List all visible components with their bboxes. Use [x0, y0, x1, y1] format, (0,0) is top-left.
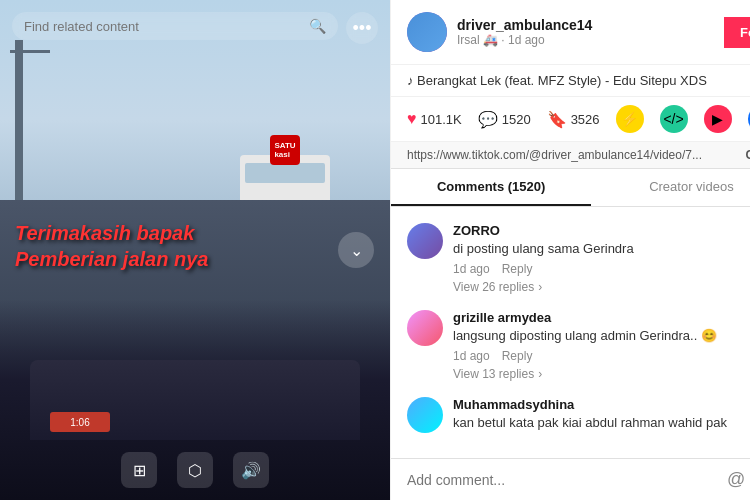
link-bar: https://www.tiktok.com/@driver_ambulance… [391, 142, 750, 169]
tab-comments[interactable]: Comments (1520) [391, 169, 591, 206]
tower-arm [10, 50, 50, 53]
likes-stat: ♥ 101.1K [407, 110, 462, 128]
bookmark-icon: 🔖 [547, 110, 567, 129]
comment-username-3: Muhammadsydhina [453, 397, 750, 412]
view-replies-2[interactable]: View 13 replies › [453, 367, 750, 381]
add-comment-bar: @ ☺ [391, 458, 750, 500]
tab-creator-videos[interactable]: Creator videos [591, 169, 750, 206]
reply-button-1[interactable]: Reply [502, 262, 533, 276]
comment-item: grizille armydea langsung diposting ulan… [391, 302, 750, 389]
mention-button[interactable]: @ [727, 469, 745, 490]
username: driver_ambulance14 [457, 17, 714, 33]
user-header: driver_ambulance14 Irsal 🚑 · 1d ago Fol [391, 0, 750, 65]
comments-section: ZORRO di posting ulang sama Gerindra 1d … [391, 207, 750, 458]
search-bar[interactable]: 🔍 [12, 12, 338, 40]
comment-body-2: grizille armydea langsung diposting ulan… [453, 310, 750, 381]
sound-button[interactable]: 🔊 [233, 452, 269, 488]
van-window [245, 163, 325, 183]
comment-text-2: langsung diposting ulang admin Gerindra.… [453, 327, 750, 345]
chevron-icon: › [538, 367, 542, 381]
more-options-button[interactable]: ••• [346, 12, 378, 44]
avatar-image [407, 12, 447, 52]
chevron-down-icon: ⌄ [350, 241, 363, 260]
share-icon: ⬡ [188, 461, 202, 480]
comment-body-3: Muhammadsydhina kan betul kata pak kiai … [453, 397, 750, 436]
comment-body-1: ZORRO di posting ulang sama Gerindra 1d … [453, 223, 750, 294]
share-link: https://www.tiktok.com/@driver_ambulance… [407, 148, 738, 162]
comment-icon: 💬 [478, 110, 498, 129]
search-icon[interactable]: 🔍 [309, 18, 326, 34]
sound-icon: 🔊 [241, 461, 261, 480]
road-sign: SATUkasi [270, 135, 300, 165]
share-icon-yellow[interactable]: ⚡ [616, 105, 644, 133]
comment-actions: @ ☺ [727, 469, 750, 490]
search-input[interactable] [24, 19, 309, 34]
heart-icon: ♥ [407, 110, 417, 128]
share-icon-red[interactable]: ▶ [704, 105, 732, 133]
video-controls: ⊞ ⬡ 🔊 [121, 452, 269, 488]
utility-tower [15, 40, 23, 200]
grid-view-button[interactable]: ⊞ [121, 452, 157, 488]
share-icon-teal[interactable]: </> [660, 105, 688, 133]
chevron-icon: › [538, 280, 542, 294]
comment-meta-1: 1d ago Reply [453, 262, 750, 276]
comment-text-1: di posting ulang sama Gerindra [453, 240, 750, 258]
comment-username-1: ZORRO [453, 223, 750, 238]
stats-row: ♥ 101.1K 💬 1520 🔖 3526 ⚡ </> ▶ f [391, 97, 750, 142]
scroll-down-button[interactable]: ⌄ [338, 232, 374, 268]
comment-input[interactable] [407, 472, 717, 488]
comment-text-3: kan betul kata pak kiai abdul rahman wah… [453, 414, 750, 432]
video-text-overlay: Terimakasih bapak Pemberian jalan nya [15, 220, 208, 272]
grid-icon: ⊞ [133, 461, 146, 480]
song-info: ♪ Berangkat Lek (feat. MFZ Style) - Edu … [391, 65, 750, 97]
video-panel: SATUkasi Terimakasih bapak Pemberian jal… [0, 0, 390, 500]
comment-item: ZORRO di posting ulang sama Gerindra 1d … [391, 215, 750, 302]
user-meta: Irsal 🚑 · 1d ago [457, 33, 714, 47]
comment-item: Muhammadsydhina kan betul kata pak kiai … [391, 389, 750, 444]
comment-avatar-3 [407, 397, 443, 433]
comment-avatar-1 [407, 223, 443, 259]
view-replies-1[interactable]: View 26 replies › [453, 280, 750, 294]
tabs-row: Comments (1520) Creator videos [391, 169, 750, 207]
comment-username-2: grizille armydea [453, 310, 750, 325]
follow-button[interactable]: Fol [724, 17, 750, 48]
comments-stat: 💬 1520 [478, 110, 531, 129]
dashboard-display: 1:06 [50, 412, 110, 432]
comment-meta-2: 1d ago Reply [453, 349, 750, 363]
right-panel: driver_ambulance14 Irsal 🚑 · 1d ago Fol … [390, 0, 750, 500]
user-info: driver_ambulance14 Irsal 🚑 · 1d ago [457, 17, 714, 47]
bookmarks-stat: 🔖 3526 [547, 110, 600, 129]
share-button[interactable]: ⬡ [177, 452, 213, 488]
avatar [407, 12, 447, 52]
comment-avatar-2 [407, 310, 443, 346]
copy-button[interactable]: Copy [746, 148, 750, 162]
reply-button-2[interactable]: Reply [502, 349, 533, 363]
